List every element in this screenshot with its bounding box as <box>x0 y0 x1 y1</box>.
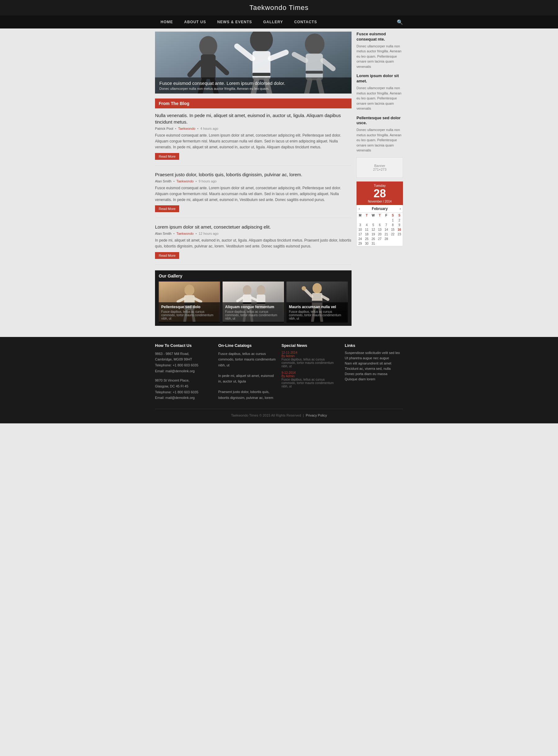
svg-rect-21 <box>306 71 323 73</box>
footer-address-2-line-1: 9870 St Vincent Place,Glasgow, DC 45 FI … <box>155 378 198 400</box>
blog-post-3-text: In pede mi, aliquet sit amet, euismod in… <box>155 238 352 249</box>
cal-cell[interactable]: 24 <box>357 237 364 241</box>
footer-privacy-link[interactable]: Privacy Policy <box>306 413 327 417</box>
nav-item-gallery[interactable]: GALLERY <box>258 16 288 28</box>
cal-cell[interactable]: 27 <box>376 237 383 241</box>
hero-caption: Fusce euismod consequat ante. Lorem ipsu… <box>155 77 352 93</box>
calendar-month-year: November / 2014 <box>358 200 402 203</box>
cal-th-t2: T <box>376 213 383 218</box>
cal-cell[interactable]: 13 <box>376 227 383 232</box>
footer-news-col: Special News 12-11-2014 By Admin Fusce d… <box>281 343 340 405</box>
read-more-button-2[interactable]: Read More <box>155 205 179 212</box>
footer-news-title: Special News <box>281 343 340 348</box>
footer-link-1[interactable]: Suspendisse sollicitudin velit sed leo <box>345 351 403 355</box>
cal-cell[interactable]: 12 <box>370 227 376 232</box>
cal-cell[interactable]: 21 <box>383 232 390 237</box>
cal-cell[interactable]: 8 <box>390 223 396 227</box>
cal-cell[interactable]: 16 <box>396 227 403 232</box>
svg-point-40 <box>257 285 265 295</box>
blog-post-2: Praesent justo dolor, lobortis quis, lob… <box>155 171 352 218</box>
cal-th-m: M <box>357 213 364 218</box>
cal-cell <box>357 218 364 223</box>
nav-item-news[interactable]: NEWS & EVENTS <box>212 16 258 28</box>
calendar-nav-month: February <box>372 207 387 211</box>
footer-link-5[interactable]: Donec porta diam eu massa <box>345 372 403 376</box>
cal-cell[interactable]: 4 <box>363 223 370 227</box>
footer-link-3[interactable]: Nam elit agnarundrerit sit amet <box>345 361 403 365</box>
cal-cell <box>383 218 390 223</box>
cal-cell[interactable]: 5 <box>370 223 376 227</box>
cal-cell[interactable]: 1 <box>390 218 396 223</box>
blog-post-3-category[interactable]: Taekwondo <box>176 232 194 235</box>
cal-cell[interactable]: 23 <box>396 232 403 237</box>
blog-post-1-category[interactable]: Taekwondo <box>178 127 195 130</box>
gallery-item-2-overlay: Aliquam congue fermentum Fusce dapibus, … <box>223 302 284 323</box>
gallery-item-3[interactable]: Mauris accumsan nulla vel Fusce dapibus,… <box>286 281 348 323</box>
cal-cell[interactable]: 19 <box>370 232 376 237</box>
footer-news-2-date: 9-12-2014 <box>281 371 340 374</box>
cal-cell <box>396 237 403 241</box>
cal-th-t1: T <box>363 213 370 218</box>
cal-cell[interactable]: 6 <box>376 223 383 227</box>
calendar-prev-button[interactable]: ‹ <box>359 207 360 211</box>
footer-news-item-2: 9-12-2014 By Admin Fusce dapibus, tellus… <box>281 371 340 388</box>
sidebar-post-1-text: Donec ullamcorper nulla non metus auctor… <box>356 44 403 70</box>
search-icon[interactable]: 🔍 <box>397 19 403 25</box>
read-more-button-1[interactable]: Read More <box>155 153 179 160</box>
cal-cell[interactable]: 7 <box>383 223 390 227</box>
nav-item-contacts[interactable]: CONTACTS <box>288 16 323 28</box>
cal-cell[interactable]: 28 <box>383 237 390 241</box>
footer-catalogs-col: On-Line Catalogs Fusce dapibus, tellus a… <box>218 343 277 405</box>
cal-cell[interactable]: 25 <box>363 237 370 241</box>
cal-cell <box>383 241 390 246</box>
cal-th-s2: S <box>396 213 403 218</box>
cal-cell <box>390 237 396 241</box>
cal-cell[interactable]: 30 <box>363 241 370 246</box>
gallery-item-1[interactable]: Pellentesque sed dolo Fusce dapibus, tel… <box>159 281 220 323</box>
footer-link-4[interactable]: Tincidunt ac, viverra sed, nulla <box>345 367 403 371</box>
footer-catalogs-text-3: Praesent justo dolor, lobortis quis, lob… <box>218 389 277 401</box>
svg-rect-16 <box>306 54 323 80</box>
cal-cell[interactable]: 11 <box>363 227 370 232</box>
cal-cell <box>363 218 370 223</box>
footer-link-2[interactable]: Ut pharetra augue nec augue <box>345 356 403 360</box>
cal-cell[interactable]: 15 <box>390 227 396 232</box>
calendar-day-number: 28 <box>358 188 402 199</box>
hero-caption-text: Donec ullamcorper nulla non metus auctor… <box>159 87 347 90</box>
footer-news-item-1: 12-11-2014 By Admin Fusce dapibus, tellu… <box>281 351 340 368</box>
svg-point-33 <box>243 285 251 295</box>
calendar-table: M T W T F S S 12345678910111213141516171… <box>356 213 403 246</box>
blog-post-2-category[interactable]: Taekwondo <box>176 179 194 183</box>
footer-link-6[interactable]: Quisque diam lorem <box>345 377 403 381</box>
sidebar-post-3: Pellentesque sed dolor usce. Donec ullam… <box>356 115 403 153</box>
cal-cell[interactable]: 29 <box>357 241 364 246</box>
cal-th-s1: S <box>390 213 396 218</box>
site-footer: How To Contact Us 9863 - 9867 Mill Road,… <box>0 337 558 424</box>
sidebar-post-3-title: Pellentesque sed dolor usce. <box>356 115 403 126</box>
cal-cell[interactable]: 26 <box>370 237 376 241</box>
cal-cell[interactable]: 14 <box>383 227 390 232</box>
main-nav: HOME ABOUT US NEWS & EVENTS GALLERY CONT… <box>0 16 558 28</box>
read-more-button-3[interactable]: Read More <box>155 252 179 259</box>
cal-cell[interactable]: 10 <box>357 227 364 232</box>
svg-point-24 <box>184 285 194 296</box>
cal-cell[interactable]: 20 <box>376 232 383 237</box>
gallery-item-2[interactable]: Aliquam congue fermentum Fusce dapibus, … <box>223 281 284 323</box>
gallery-item-3-text: Fusce dapibus, tellus ac cursus commodo,… <box>289 310 345 320</box>
cal-cell[interactable]: 22 <box>390 232 396 237</box>
cal-cell[interactable]: 2 <box>396 218 403 223</box>
calendar-next-button[interactable]: › <box>400 207 401 211</box>
blog-post-1-text: Fusce euismod consequat ante. Lorem ipsu… <box>155 133 352 151</box>
footer-news-1-admin: By Admin <box>281 354 340 358</box>
cal-cell[interactable]: 31 <box>370 241 376 246</box>
nav-item-about[interactable]: ABOUT US <box>179 16 212 28</box>
cal-cell <box>396 241 403 246</box>
calendar-header: Tuesday 28 November / 2014 <box>356 182 403 205</box>
blog-post-1: Nulla venenatis. In pede mi, aliquet sit… <box>155 112 352 166</box>
cal-cell[interactable]: 17 <box>357 232 364 237</box>
footer-contact-col: How To Contact Us 9863 - 9867 Mill Road,… <box>155 343 213 405</box>
cal-cell[interactable]: 9 <box>396 223 403 227</box>
cal-cell[interactable]: 18 <box>363 232 370 237</box>
cal-cell[interactable]: 3 <box>357 223 364 227</box>
nav-item-home[interactable]: HOME <box>155 16 179 28</box>
